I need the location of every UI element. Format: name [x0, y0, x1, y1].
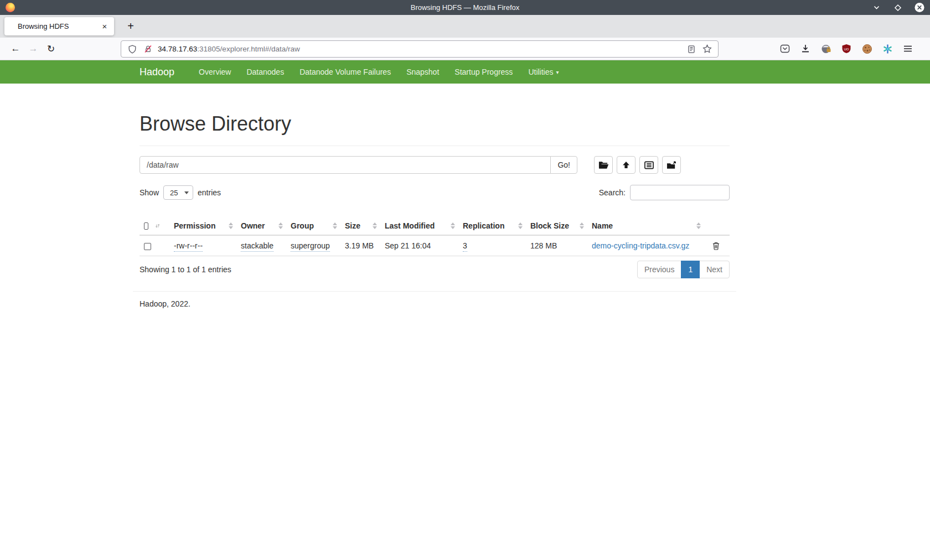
divider	[140, 146, 730, 146]
upload-files-button[interactable]	[617, 156, 636, 174]
cell-last-modified: Sep 21 16:04	[380, 235, 458, 256]
search-input[interactable]	[630, 185, 730, 200]
header-owner[interactable]: Owner	[236, 217, 286, 235]
table-row: -rw-r--r-- stackable supergroup 3.19 MB …	[140, 235, 730, 256]
caret-down-icon: ▾	[556, 69, 559, 75]
header-permission[interactable]: Permission	[169, 217, 236, 235]
chevron-down-icon	[184, 191, 189, 194]
tab-browsing-hdfs[interactable]: Browsing HDFS ×	[4, 17, 114, 35]
browser-toolbar: ← → ↻ 34.78.17.63:31805/explorer.html#/d…	[0, 38, 930, 60]
page-length-select[interactable]: 25	[163, 185, 193, 200]
window-close-button[interactable]	[914, 3, 924, 13]
pagination-page-1-button[interactable]: 1	[681, 261, 700, 278]
tab-title: Browsing HDFS	[18, 22, 99, 30]
sort-icon	[580, 222, 584, 229]
site-footer: Hadoop, 2022.	[140, 299, 730, 308]
entries-summary: Showing 1 to 1 of 1 entries	[140, 265, 231, 274]
go-button[interactable]: Go!	[550, 156, 577, 174]
back-button[interactable]: ←	[7, 40, 24, 57]
owner-value[interactable]: stackable	[241, 241, 273, 252]
row-checkbox[interactable]	[144, 243, 151, 250]
utilities-label: Utilities	[528, 68, 553, 76]
group-value[interactable]: supergroup	[291, 241, 330, 252]
cell-size: 3.19 MB	[340, 235, 380, 256]
header-block-size[interactable]: Block Size	[526, 217, 587, 235]
cell-group: supergroup	[286, 235, 340, 256]
sort-icon	[451, 222, 455, 229]
bookmark-star-icon[interactable]	[701, 44, 712, 55]
header-actions	[704, 217, 730, 235]
forward-button[interactable]: →	[24, 40, 42, 57]
chevron-down-icon	[873, 4, 880, 11]
page-title: Browse Directory	[140, 112, 730, 136]
hadoop-navbar: Hadoop Overview Datanodes Datanode Volum…	[0, 60, 930, 84]
sort-amount-icon	[156, 222, 160, 230]
file-link[interactable]: demo-cycling-tripdata.csv.gz	[592, 241, 689, 250]
navbar-brand-hadoop[interactable]: Hadoop	[140, 66, 174, 78]
url-text: 34.78.17.63:31805/explorer.html#/data/ra…	[158, 45, 300, 53]
menu-hamburger-icon[interactable]	[902, 43, 913, 54]
header-label: Owner	[241, 221, 265, 230]
page-container: Browse Directory Go! Show 25	[133, 112, 736, 308]
insecure-lock-icon[interactable]	[142, 44, 153, 55]
nav-item-overview[interactable]: Overview	[191, 68, 239, 76]
url-bar[interactable]: 34.78.17.63:31805/explorer.html#/data/ra…	[121, 40, 719, 58]
replication-value[interactable]: 3	[463, 241, 467, 252]
paste-to-directory-button[interactable]	[662, 156, 681, 174]
pagination-previous-button[interactable]: Previous	[637, 261, 681, 278]
header-name[interactable]: Name	[587, 217, 704, 235]
container-lock-icon[interactable]	[820, 43, 831, 54]
select-all-header[interactable]	[140, 217, 169, 235]
upload-icon	[622, 161, 631, 169]
pocket-icon[interactable]	[779, 43, 790, 54]
sort-icon	[373, 222, 377, 229]
tab-close-button[interactable]: ×	[99, 20, 111, 33]
nav-item-utilities[interactable]: Utilities▾	[520, 68, 566, 76]
nav-item-datanodes[interactable]: Datanodes	[239, 68, 292, 76]
table-header-row: Permission Owner Group Size Last Modifie…	[140, 217, 730, 235]
nav-item-startup-progress[interactable]: Startup Progress	[447, 68, 520, 76]
sort-icon	[229, 222, 233, 229]
nav-item-datanode-volume-failures[interactable]: Datanode Volume Failures	[292, 68, 399, 76]
svg-text:UO: UO	[844, 48, 849, 51]
new-tab-button[interactable]: +	[123, 19, 138, 34]
cut-selection-button[interactable]	[639, 156, 658, 174]
window-titlebar: Browsing HDFS — Mozilla Firefox	[0, 0, 930, 15]
header-replication[interactable]: Replication	[458, 217, 526, 235]
sort-icon	[278, 222, 283, 229]
pagination: Previous 1 Next	[637, 261, 730, 278]
folder-arrow-icon	[666, 161, 677, 169]
reload-button[interactable]: ↻	[42, 40, 60, 57]
header-group[interactable]: Group	[286, 217, 340, 235]
cell-name: demo-cycling-tripdata.csv.gz	[587, 235, 704, 256]
folder-open-icon	[598, 161, 609, 169]
select-all-checkbox[interactable]	[144, 222, 148, 230]
header-label: Permission	[174, 221, 215, 230]
directory-path-input[interactable]	[140, 156, 551, 174]
pagination-next-button[interactable]: Next	[699, 261, 730, 278]
permission-value[interactable]: -rw-r--r--	[174, 241, 203, 252]
window-maximize-button[interactable]	[893, 3, 903, 13]
trash-icon	[712, 242, 720, 250]
tracking-shield-icon[interactable]	[127, 44, 138, 55]
sparkle-extension-icon[interactable]	[882, 43, 893, 54]
directory-action-buttons	[594, 156, 681, 174]
downloads-icon[interactable]	[800, 43, 811, 54]
page-length-value: 25	[170, 189, 178, 197]
header-size[interactable]: Size	[340, 217, 380, 235]
page-length-control: Show 25 entries	[140, 185, 221, 200]
path-input-group: Go!	[140, 156, 577, 174]
cell-actions	[704, 235, 730, 256]
cookie-extension-icon[interactable]	[861, 43, 872, 54]
reader-view-icon[interactable]	[686, 44, 697, 55]
header-last-modified[interactable]: Last Modified	[380, 217, 458, 235]
window-minimize-button[interactable]	[871, 3, 881, 13]
header-label: Name	[592, 221, 613, 230]
nav-item-snapshot[interactable]: Snapshot	[399, 68, 447, 76]
window-controls	[871, 3, 924, 13]
url-path: :31805/explorer.html#/data/raw	[197, 45, 299, 53]
create-directory-button[interactable]	[594, 156, 613, 174]
delete-file-button[interactable]	[712, 242, 720, 250]
ublock-shield-icon[interactable]: UO	[841, 43, 852, 54]
entries-label: entries	[198, 188, 221, 197]
